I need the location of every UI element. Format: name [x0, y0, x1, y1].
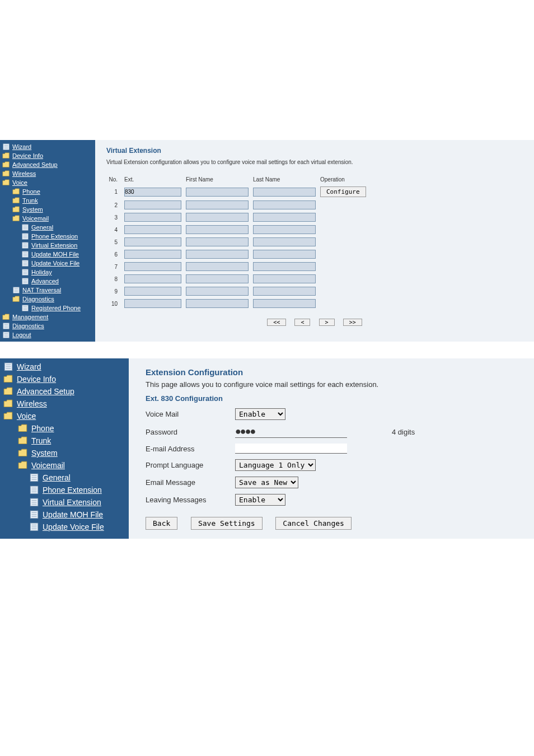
page-title: Virtual Extension: [106, 147, 523, 155]
first-name-input[interactable]: [186, 188, 249, 197]
nav-label: Diagnostics: [12, 323, 44, 329]
nav-advanced-setup[interactable]: Advanced Setup: [0, 160, 95, 169]
folder-icon: [2, 161, 10, 168]
nav-wizard[interactable]: Wizard: [0, 361, 129, 373]
nav-system[interactable]: System: [0, 447, 129, 459]
nav-trunk[interactable]: Trunk: [0, 196, 95, 205]
table-row: 8: [106, 273, 523, 285]
nav-label: Phone: [31, 424, 54, 433]
last-name-input[interactable]: [253, 250, 316, 259]
first-name-input[interactable]: [186, 287, 249, 296]
nav-registered-phone[interactable]: Registered Phone: [0, 304, 95, 312]
folder-icon: [12, 197, 20, 204]
ext-input[interactable]: [124, 274, 181, 283]
table-row: 3: [106, 211, 523, 223]
nav-wireless[interactable]: Wireless: [0, 398, 129, 410]
nav-diagnostics[interactable]: Diagnostics: [0, 295, 95, 304]
first-name-input[interactable]: [186, 225, 249, 234]
nav-virtual-extension[interactable]: Virtual Extension: [0, 241, 95, 250]
nav-phone[interactable]: Phone: [0, 422, 129, 435]
col-first: First Name: [184, 174, 251, 185]
ext-input[interactable]: [124, 299, 181, 308]
nav-device-info[interactable]: Device Info: [0, 373, 129, 385]
first-name-input[interactable]: [186, 213, 249, 222]
nav-general[interactable]: General: [0, 472, 129, 484]
cancel-changes-button[interactable]: Cancel Changes: [275, 517, 352, 530]
nav-update-voice-file[interactable]: Update Voice File: [0, 259, 95, 268]
ext-input[interactable]: [124, 200, 181, 209]
nav-update-moh-file[interactable]: Update MOH File: [0, 508, 129, 521]
email-input[interactable]: [235, 444, 347, 454]
ext-input[interactable]: [124, 262, 181, 271]
first-name-input[interactable]: [186, 237, 249, 246]
nav-diagnostics[interactable]: Diagnostics: [0, 321, 95, 330]
last-name-input[interactable]: [253, 299, 316, 308]
row-number: 1: [106, 185, 122, 199]
nav-voicemail[interactable]: Voicemail: [0, 214, 95, 223]
configure-button[interactable]: Configure: [320, 186, 366, 197]
nav-logout[interactable]: Logout: [0, 330, 95, 339]
page-icon: [21, 305, 29, 311]
nav-advanced[interactable]: Advanced: [0, 277, 95, 286]
first-name-input[interactable]: [186, 262, 249, 271]
nav-device-info[interactable]: Device Info: [0, 151, 95, 160]
email-message-select[interactable]: Save as New: [235, 477, 298, 488]
last-name-input[interactable]: [253, 287, 316, 296]
ext-input[interactable]: [124, 213, 181, 222]
nav-wireless[interactable]: Wireless: [0, 169, 95, 178]
nav-phone[interactable]: Phone: [0, 187, 95, 196]
leaving-messages-select[interactable]: Enable: [235, 494, 285, 506]
nav-wizard[interactable]: Wizard: [0, 142, 95, 151]
first-name-input[interactable]: [186, 299, 249, 308]
nav-label: Diagnostics: [22, 296, 54, 302]
last-name-input[interactable]: [253, 262, 316, 271]
ext-input[interactable]: [124, 250, 181, 259]
last-name-input[interactable]: [253, 200, 316, 209]
nav-update-moh-file[interactable]: Update MOH File: [0, 250, 95, 259]
nav-voicemail[interactable]: Voicemail: [0, 459, 129, 472]
pager-last-button[interactable]: >>: [343, 319, 362, 326]
nav-phone-extension[interactable]: Phone Extension: [0, 232, 95, 241]
nav-phone-extension[interactable]: Phone Extension: [0, 484, 129, 496]
password-field[interactable]: ●●●●: [235, 426, 347, 438]
last-name-input[interactable]: [253, 188, 316, 197]
last-name-input[interactable]: [253, 237, 316, 246]
voicemail-select[interactable]: Enable: [235, 408, 285, 420]
first-name-input[interactable]: [186, 200, 249, 209]
nav-label: Update Voice File: [43, 522, 104, 531]
page-icon: [29, 473, 39, 482]
ext-input[interactable]: [124, 188, 181, 197]
ext-input[interactable]: [124, 237, 181, 246]
nav-system[interactable]: System: [0, 205, 95, 214]
nav-advanced-setup[interactable]: Advanced Setup: [0, 385, 129, 398]
last-name-input[interactable]: [253, 274, 316, 283]
pager-prev-button[interactable]: <: [294, 319, 310, 326]
folder-icon: [18, 461, 28, 470]
nav-virtual-extension[interactable]: Virtual Extension: [0, 496, 129, 508]
pager-next-button[interactable]: >: [319, 319, 335, 326]
last-name-input[interactable]: [253, 213, 316, 222]
nav-label: NAT Traversal: [22, 287, 61, 293]
nav-nat-traversal[interactable]: NAT Traversal: [0, 286, 95, 295]
nav-management[interactable]: Management: [0, 312, 95, 321]
page-icon: [21, 224, 29, 231]
nav-general[interactable]: General: [0, 223, 95, 232]
first-name-input[interactable]: [186, 274, 249, 283]
nav-trunk[interactable]: Trunk: [0, 435, 129, 447]
prompt-language-select[interactable]: Language 1 Only: [235, 459, 316, 471]
nav-voice[interactable]: Voice: [0, 178, 95, 187]
ext-input[interactable]: [124, 225, 181, 234]
nav-label: Voice: [12, 179, 27, 186]
back-button[interactable]: Back: [146, 517, 177, 530]
ext-input[interactable]: [124, 287, 181, 296]
password-hint: 4 digits: [392, 428, 415, 436]
save-settings-button[interactable]: Save Settings: [191, 517, 263, 530]
prompt-language-label: Prompt Language: [146, 461, 235, 469]
col-ext: Ext.: [122, 174, 184, 185]
nav-voice[interactable]: Voice: [0, 410, 129, 422]
first-name-input[interactable]: [186, 250, 249, 259]
last-name-input[interactable]: [253, 225, 316, 234]
nav-holiday[interactable]: Holiday: [0, 268, 95, 277]
pager-first-button[interactable]: <<: [267, 319, 286, 326]
nav-update-voice-file[interactable]: Update Voice File: [0, 521, 129, 533]
